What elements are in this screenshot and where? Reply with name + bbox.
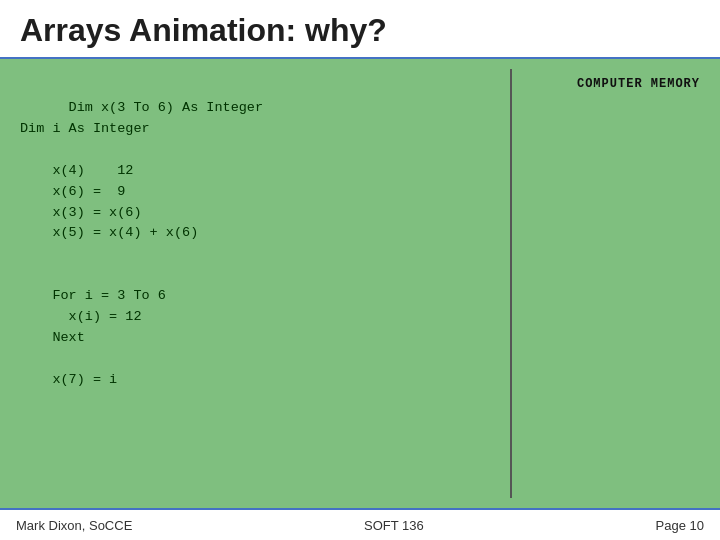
slide: Arrays Animation: why? Dim x(3 To 6) As … [0, 0, 720, 540]
code-panel: Dim x(3 To 6) As Integer Dim i As Intege… [10, 69, 510, 498]
code-line-1: Dim x(3 To 6) As Integer [69, 100, 263, 115]
footer-center: SOFT 136 [364, 518, 424, 533]
memory-panel: COMPUTER MEMORY [510, 69, 710, 498]
code-line-2: Dim i As Integer [20, 121, 150, 136]
code-line-7: x(5) = x(4) + x(6) [20, 225, 198, 240]
code-line-12: Next [20, 330, 85, 345]
content-area: Dim x(3 To 6) As Integer Dim i As Intege… [0, 59, 720, 508]
code-line-4: x(4) 12 [20, 163, 133, 178]
footer-right: Page 10 [656, 518, 704, 533]
footer: Mark Dixon, SoCCE SOFT 136 Page 10 [0, 508, 720, 540]
code-line-6: x(3) = x(6) [20, 205, 142, 220]
title-bar: Arrays Animation: why? [0, 0, 720, 59]
code-line-11: x(i) = 12 [20, 309, 142, 324]
code-line-10: For i = 3 To 6 [20, 288, 166, 303]
code-line-5: x(6) = 9 [20, 184, 125, 199]
code-line-14: x(7) = i [20, 372, 117, 387]
footer-left: Mark Dixon, SoCCE [16, 518, 132, 533]
memory-label: COMPUTER MEMORY [522, 77, 700, 91]
slide-title: Arrays Animation: why? [20, 12, 700, 49]
